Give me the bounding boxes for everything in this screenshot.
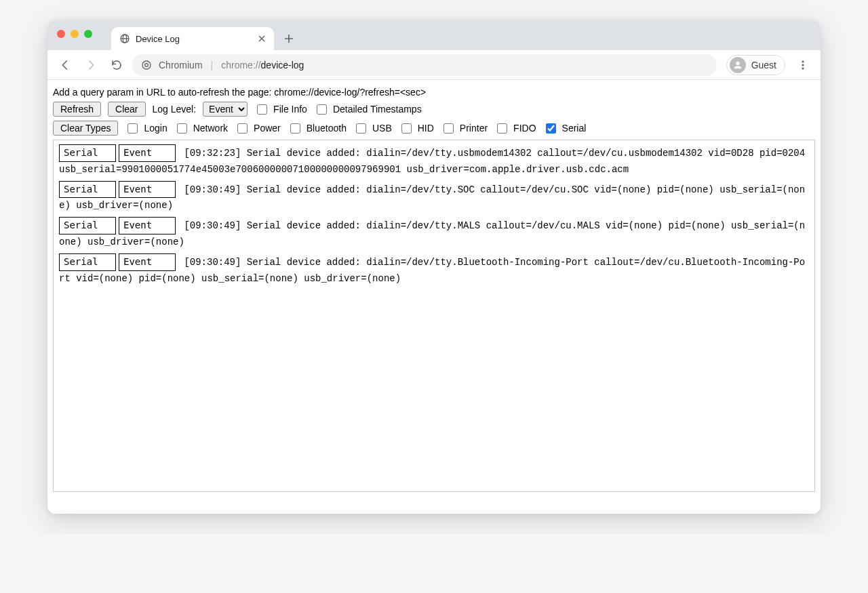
log-type-tag: Serial xyxy=(59,144,116,162)
log-output: SerialEvent [09:32:23] Serial device add… xyxy=(53,140,815,492)
type-label-printer: Printer xyxy=(460,123,488,134)
browser-toolbar: Chromium | chrome://device-log Guest xyxy=(47,50,821,80)
log-level-label: Log Level: xyxy=(153,104,197,115)
omnibox-url: chrome://device-log xyxy=(221,60,304,70)
type-checkbox-bluetooth[interactable] xyxy=(290,123,300,134)
omnibox-separator: | xyxy=(211,60,214,70)
svg-point-9 xyxy=(736,61,739,64)
hint-text: Add a query param in URL to auto-refresh… xyxy=(53,87,816,98)
type-label-power: Power xyxy=(254,123,281,134)
log-type-tag: Serial xyxy=(59,217,116,234)
type-label-login: Login xyxy=(144,123,167,134)
type-label-serial: Serial xyxy=(562,123,587,134)
log-level-select[interactable]: Event xyxy=(203,102,248,117)
close-window-button[interactable] xyxy=(57,30,65,38)
type-label-fido: FIDO xyxy=(513,123,536,134)
type-toggle-fido[interactable]: FIDO xyxy=(494,121,536,136)
clear-types-button[interactable]: Clear Types xyxy=(53,121,118,136)
chromium-icon xyxy=(141,60,152,70)
log-entry: SerialEvent [09:30:49] Serial device add… xyxy=(59,217,809,251)
type-label-bluetooth: Bluetooth xyxy=(307,123,347,134)
type-checkbox-printer[interactable] xyxy=(443,123,454,134)
titlebar: Device Log xyxy=(47,20,821,50)
detailed-timestamps-checkbox[interactable] xyxy=(317,104,327,115)
type-checkbox-usb[interactable] xyxy=(356,123,366,134)
minimize-window-button[interactable] xyxy=(71,30,79,38)
tab-title: Device Log xyxy=(136,34,251,44)
svg-point-7 xyxy=(142,61,151,69)
type-toggle-hid[interactable]: HID xyxy=(399,121,434,136)
omnibox-origin: Chromium xyxy=(159,60,203,70)
tab-strip: Device Log xyxy=(111,20,298,50)
browser-window: Device Log Chromium | chrome://devic xyxy=(47,20,821,514)
type-toggle-serial[interactable]: Serial xyxy=(543,121,587,136)
type-checkbox-serial[interactable] xyxy=(546,123,556,134)
reload-icon xyxy=(111,59,123,71)
maximize-window-button[interactable] xyxy=(84,30,92,38)
log-level-tag: Event xyxy=(119,253,176,271)
clear-button[interactable]: Clear xyxy=(108,102,145,117)
person-icon xyxy=(732,60,743,70)
arrow-left-icon xyxy=(59,59,71,71)
new-tab-button[interactable] xyxy=(279,29,298,48)
app-menu-button[interactable] xyxy=(792,54,814,76)
type-checkbox-login[interactable] xyxy=(127,123,138,134)
type-toggle-network[interactable]: Network xyxy=(174,121,228,136)
type-checkbox-network[interactable] xyxy=(177,123,187,134)
arrow-right-icon xyxy=(85,59,97,71)
type-label-hid: HID xyxy=(418,123,434,134)
close-icon xyxy=(258,35,265,42)
page-content: Add a query param in URL to auto-refresh… xyxy=(47,80,821,514)
profile-label: Guest xyxy=(751,60,776,70)
url-scheme: chrome:// xyxy=(221,60,260,70)
reload-button[interactable] xyxy=(106,54,127,76)
globe-icon xyxy=(119,33,130,44)
type-checkbox-hid[interactable] xyxy=(401,123,412,134)
log-level-tag: Event xyxy=(119,144,176,162)
file-info-checkbox[interactable] xyxy=(257,104,267,115)
url-path: device-log xyxy=(261,60,304,70)
plus-icon xyxy=(284,34,294,43)
type-label-network: Network xyxy=(193,123,228,134)
type-toggle-power[interactable]: Power xyxy=(235,121,281,136)
svg-point-12 xyxy=(802,67,804,69)
svg-point-8 xyxy=(145,63,149,66)
controls-row-2: Clear Types LoginNetworkPowerBluetoothUS… xyxy=(53,121,816,136)
type-checkbox-power[interactable] xyxy=(237,123,248,134)
window-controls xyxy=(57,30,92,38)
file-info-toggle[interactable]: File Info xyxy=(254,102,307,117)
type-toggle-printer[interactable]: Printer xyxy=(441,121,488,136)
tab-close-button[interactable] xyxy=(256,33,267,44)
log-type-tag: Serial xyxy=(59,253,116,271)
profile-button[interactable]: Guest xyxy=(726,55,785,75)
log-entry: SerialEvent [09:32:23] Serial device add… xyxy=(59,144,809,178)
file-info-label: File Info xyxy=(273,104,307,115)
log-level-tag: Event xyxy=(119,181,176,199)
refresh-button[interactable]: Refresh xyxy=(53,102,101,117)
forward-button[interactable] xyxy=(80,54,102,76)
svg-point-10 xyxy=(802,60,804,62)
svg-point-11 xyxy=(802,64,804,66)
browser-tab[interactable]: Device Log xyxy=(111,27,274,50)
back-button[interactable] xyxy=(54,54,76,76)
type-toggle-login[interactable]: Login xyxy=(125,121,167,136)
kebab-icon xyxy=(797,60,808,70)
detailed-timestamps-toggle[interactable]: Detailed Timestamps xyxy=(314,102,422,117)
controls-row-1: Refresh Clear Log Level: Event File Info… xyxy=(53,102,816,117)
detailed-timestamps-label: Detailed Timestamps xyxy=(333,104,422,115)
type-label-usb: USB xyxy=(372,123,392,134)
type-checkbox-fido[interactable] xyxy=(497,123,507,134)
type-toggle-bluetooth[interactable]: Bluetooth xyxy=(288,121,347,136)
avatar-icon xyxy=(730,57,746,73)
log-entry: SerialEvent [09:30:49] Serial device add… xyxy=(59,181,809,215)
log-entry: SerialEvent [09:30:49] Serial device add… xyxy=(59,253,809,287)
log-level-tag: Event xyxy=(119,217,176,234)
log-type-tag: Serial xyxy=(59,181,116,199)
type-toggle-usb[interactable]: USB xyxy=(353,121,392,136)
address-bar[interactable]: Chromium | chrome://device-log xyxy=(132,54,717,76)
